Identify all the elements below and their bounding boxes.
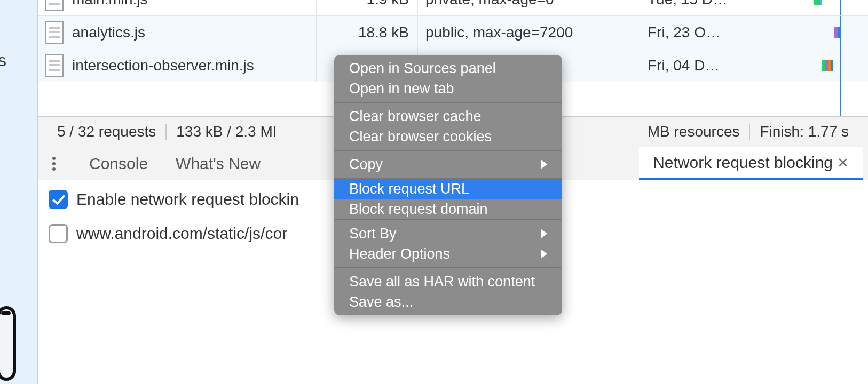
status-finish: Finish: 1.77 s <box>750 123 858 140</box>
menu-label: Block request URL <box>349 181 469 197</box>
tab-label: Console <box>89 155 148 173</box>
pattern-text: www.android.com/static/js/cor <box>76 225 287 243</box>
device-frame <box>0 306 16 381</box>
pattern-checkbox[interactable] <box>49 224 68 243</box>
status-transferred: 133 kB / 2.3 MI <box>167 123 286 140</box>
enable-blocking-checkbox[interactable] <box>49 190 68 209</box>
menu-label: Save as... <box>349 294 413 310</box>
menu-label: Save all as HAR with content <box>349 274 535 290</box>
menu-block-request-url[interactable]: Block request URL <box>334 179 562 199</box>
file-icon <box>45 21 64 44</box>
tab-label: What's New <box>176 155 261 173</box>
request-date: Tue, 15 D… <box>648 0 728 8</box>
tab-network-request-blocking[interactable]: Network request blocking ✕ <box>639 147 863 180</box>
request-name: intersection-observer.min.js <box>72 57 254 74</box>
menu-block-request-domain[interactable]: Block request domain <box>334 199 562 219</box>
request-cache: private, max-age=0 <box>425 0 554 8</box>
context-menu: Open in Sources panel Open in new tab Cl… <box>334 55 562 315</box>
left-cut-text: 's <box>0 51 6 70</box>
menu-clear-cache[interactable]: Clear browser cache <box>334 106 562 126</box>
menu-label: Open in new tab <box>349 81 454 97</box>
menu-open-sources[interactable]: Open in Sources panel <box>334 58 562 78</box>
file-icon <box>45 0 64 11</box>
waterfall-bar <box>834 27 838 38</box>
tab-whats-new[interactable]: What's New <box>162 147 274 180</box>
request-date: Fri, 23 O… <box>648 24 721 41</box>
file-icon <box>45 54 64 77</box>
menu-label: Block request domain <box>349 201 488 218</box>
menu-sort-by[interactable]: Sort By <box>334 223 562 244</box>
menu-label: Clear browser cache <box>349 108 482 125</box>
status-requests: 5 / 32 requests <box>48 123 165 140</box>
chevron-right-icon <box>541 159 547 169</box>
menu-clear-cookies[interactable]: Clear browser cookies <box>334 126 562 147</box>
menu-copy[interactable]: Copy <box>334 154 562 174</box>
menu-label: Header Options <box>349 246 450 262</box>
request-size: 18.8 kB <box>358 24 409 41</box>
waterfall-bar <box>822 60 825 71</box>
menu-label: Copy <box>349 156 383 173</box>
close-icon[interactable]: ✕ <box>837 155 849 171</box>
request-cache: public, max-age=7200 <box>425 24 573 41</box>
menu-label: Clear browser cookies <box>349 129 492 145</box>
status-resources: MB resources <box>638 123 749 140</box>
table-row[interactable]: analytics.js 18.8 kB public, max-age=720… <box>38 16 868 49</box>
menu-open-tab[interactable]: Open in new tab <box>334 78 562 99</box>
device-notch <box>1 311 11 315</box>
menu-label: Sort By <box>349 226 397 242</box>
request-name: analytics.js <box>72 24 145 41</box>
tab-label: Network request blocking <box>653 154 833 172</box>
chevron-right-icon <box>541 229 547 238</box>
menu-save-har[interactable]: Save all as HAR with content <box>334 271 562 292</box>
request-size: 1.9 kB <box>367 0 409 8</box>
menu-save-as[interactable]: Save as... <box>334 292 562 312</box>
menu-label: Open in Sources panel <box>349 60 496 77</box>
request-date: Fri, 04 D… <box>648 57 720 74</box>
table-row[interactable]: main.min.js 1.9 kB private, max-age=0 Tu… <box>38 0 868 16</box>
left-strip: 's <box>0 0 37 384</box>
enable-blocking-label: Enable network request blockin <box>76 190 299 209</box>
tab-console[interactable]: Console <box>75 147 162 180</box>
more-icon[interactable] <box>43 153 65 174</box>
chevron-right-icon <box>541 249 547 259</box>
waterfall-bar <box>814 0 820 5</box>
request-name: main.min.js <box>72 0 148 8</box>
menu-header-options[interactable]: Header Options <box>334 244 562 264</box>
